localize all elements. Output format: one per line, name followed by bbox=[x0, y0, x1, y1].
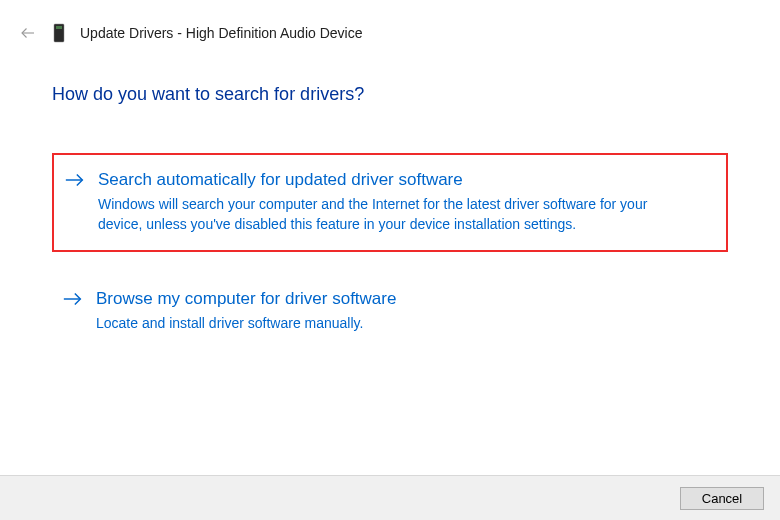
search-question: How do you want to search for drivers? bbox=[52, 84, 728, 105]
arrow-right-icon bbox=[64, 171, 86, 193]
option-text: Browse my computer for driver software L… bbox=[96, 288, 718, 334]
option-search-automatically[interactable]: Search automatically for updated driver … bbox=[52, 153, 728, 252]
option-title: Browse my computer for driver software bbox=[96, 288, 718, 310]
dialog-content: How do you want to search for drivers? S… bbox=[0, 52, 780, 350]
option-text: Search automatically for updated driver … bbox=[98, 169, 716, 234]
back-button[interactable] bbox=[18, 23, 38, 43]
option-title: Search automatically for updated driver … bbox=[98, 169, 716, 191]
option-description: Locate and install driver software manua… bbox=[96, 314, 656, 334]
device-icon bbox=[52, 22, 66, 44]
dialog-header: Update Drivers - High Definition Audio D… bbox=[0, 0, 780, 52]
svg-rect-2 bbox=[56, 26, 62, 29]
option-description: Windows will search your computer and th… bbox=[98, 195, 658, 234]
cancel-button[interactable]: Cancel bbox=[680, 487, 764, 510]
window-title: Update Drivers - High Definition Audio D… bbox=[80, 25, 362, 41]
option-browse-computer[interactable]: Browse my computer for driver software L… bbox=[52, 274, 728, 350]
dialog-footer: Cancel bbox=[0, 475, 780, 520]
arrow-right-icon bbox=[62, 290, 84, 312]
